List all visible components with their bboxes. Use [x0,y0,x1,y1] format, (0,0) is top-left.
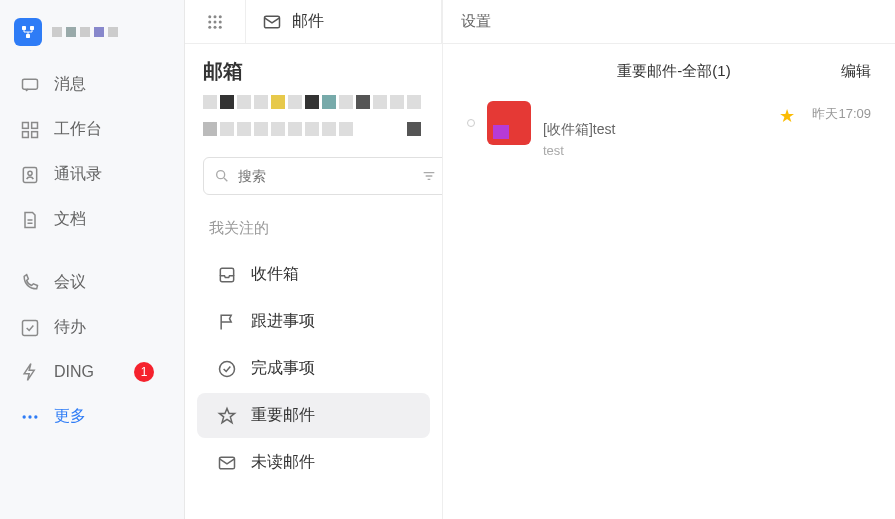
svg-point-18 [214,20,217,23]
svg-point-25 [220,361,235,376]
mail-body: [收件箱]test test [543,101,767,158]
tab-label: 邮件 [292,11,324,32]
folder-label: 跟进事项 [251,311,315,332]
svg-point-19 [219,20,222,23]
folder-label: 未读邮件 [251,452,315,473]
sidebar-item-ding[interactable]: DING 1 [0,350,184,394]
folder-followup[interactable]: 跟进事项 [197,299,430,344]
contacts-icon [20,165,40,185]
svg-point-21 [214,25,217,28]
sidebar-item-more[interactable]: 更多 [0,394,184,439]
svg-point-20 [208,25,211,28]
sidebar-item-contacts[interactable]: 通讯录 [0,152,184,197]
sidebar-item-label: 工作台 [54,119,102,140]
mail-panel: 邮件 邮箱 我关注的 [185,0,443,519]
svg-point-11 [23,415,26,418]
sidebar-item-label: 会议 [54,272,86,293]
bolt-icon [20,362,40,382]
svg-rect-6 [23,131,29,137]
workspace-name-blur [52,27,118,37]
search-box[interactable] [203,157,442,195]
svg-rect-4 [23,122,29,128]
more-icon [20,407,40,427]
search-icon [214,168,230,184]
star-filled-icon[interactable]: ★ [779,105,795,127]
settings-link[interactable]: 设置 [461,12,491,31]
svg-point-12 [28,415,31,418]
mail-list-panel: 设置 重要邮件-全部(1) 编辑 [收件箱]test test ★ 昨天17:0… [443,0,895,519]
tab-mail[interactable]: 邮件 [245,0,442,43]
svg-rect-7 [32,131,38,137]
mail-subject: [收件箱]test [543,121,767,139]
folder-unread[interactable]: 未读邮件 [197,440,430,485]
sidebar-item-label: 消息 [54,74,86,95]
mid-topbar: 邮件 [185,0,442,44]
phone-icon [20,273,40,293]
badge: 1 [134,362,154,382]
filter-icon[interactable] [421,168,437,184]
svg-point-15 [214,15,217,18]
envelope-icon [262,12,282,32]
right-topbar: 设置 [443,0,895,44]
section-title: 我关注的 [185,213,442,250]
mid-body: 邮箱 我关注的 收件箱 [185,44,442,519]
inbox-icon [217,265,237,285]
mailboxes-title: 邮箱 [185,58,442,95]
svg-point-17 [208,20,211,23]
flag-icon [217,312,237,332]
svg-rect-3 [23,79,38,89]
edit-button[interactable]: 编辑 [841,62,871,81]
svg-point-9 [28,171,32,175]
folder-done[interactable]: 完成事项 [197,346,430,391]
svg-point-22 [219,25,222,28]
folder-label: 完成事项 [251,358,315,379]
sidebar-item-label: 文档 [54,209,86,230]
sidebar-item-workbench[interactable]: 工作台 [0,107,184,152]
svg-point-24 [217,171,225,179]
sidebar-item-label: DING [54,363,94,381]
search-input[interactable] [238,168,413,184]
folder-label: 收件箱 [251,264,299,285]
svg-point-16 [219,15,222,18]
sidebar-item-label: 通讯录 [54,164,102,185]
svg-rect-5 [32,122,38,128]
svg-rect-0 [22,26,26,30]
message-icon [20,75,40,95]
sidebar-item-meeting[interactable]: 会议 [0,260,184,305]
document-icon [20,210,40,230]
app-logo[interactable] [14,18,42,46]
sidebar-item-messages[interactable]: 消息 [0,62,184,107]
list-title: 重要邮件-全部(1) [507,62,841,81]
svg-point-14 [208,15,211,18]
envelope-icon [217,453,237,473]
sidebar-item-todo[interactable]: 待办 [0,305,184,350]
check-circle-icon [217,359,237,379]
mail-row[interactable]: [收件箱]test test ★ 昨天17:09 [443,95,895,164]
sidebar-item-docs[interactable]: 文档 [0,197,184,242]
sidebar-item-label: 更多 [54,406,86,427]
apps-launcher[interactable] [185,13,245,31]
account-blur [203,95,424,145]
sidebar-item-label: 待办 [54,317,86,338]
mail-sender [543,101,767,119]
list-header: 重要邮件-全部(1) 编辑 [443,44,895,95]
grid-icon [20,120,40,140]
svg-rect-1 [30,26,34,30]
checkbox-icon [20,318,40,338]
avatar [487,101,531,145]
svg-rect-10 [23,320,38,335]
folder-inbox[interactable]: 收件箱 [197,252,430,297]
svg-rect-2 [26,34,30,38]
folder-important[interactable]: 重要邮件 [197,393,430,438]
sidebar-header [0,10,184,62]
search-row [185,157,442,213]
star-icon [217,406,237,426]
unread-dot [467,119,475,127]
mail-time: 昨天17:09 [807,105,871,123]
mail-preview: test [543,143,767,158]
folder-label: 重要邮件 [251,405,315,426]
svg-point-13 [34,415,37,418]
sidebar: 消息 工作台 通讯录 文档 会议 待办 DING 1 更多 [0,0,185,519]
